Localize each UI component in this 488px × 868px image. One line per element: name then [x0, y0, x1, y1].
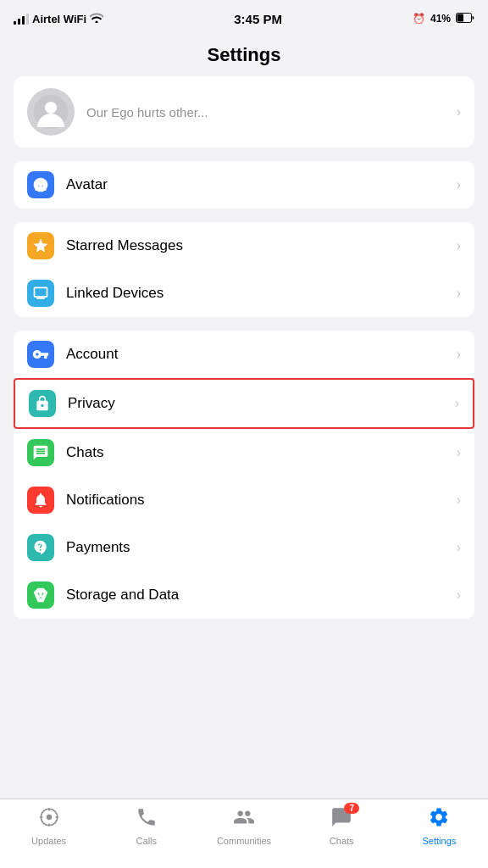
avatar-chevron: › [457, 177, 461, 192]
battery-icon [456, 13, 474, 25]
payments-icon [27, 534, 54, 561]
chats-badge: 7 [344, 803, 359, 814]
notifications-chevron: › [457, 492, 461, 508]
storage-label: Storage and Data [66, 587, 445, 604]
nav-calls-label: Calls [136, 836, 157, 846]
chats-setting-row[interactable]: Chats › [14, 429, 474, 476]
account-label: Account [66, 346, 445, 363]
updates-icon [38, 806, 60, 833]
nav-communities[interactable]: Communities [195, 806, 292, 846]
payments-chevron: › [457, 540, 461, 555]
settings-scroll: Our Ego hurts other... › Avatar › [0, 76, 488, 815]
communities-icon [233, 806, 255, 833]
nav-updates[interactable]: Updates [0, 806, 97, 846]
account-icon [27, 341, 54, 368]
nav-calls[interactable]: Calls [97, 806, 195, 846]
status-left: Airtel WiFi [14, 13, 103, 25]
page-header: Settings [0, 37, 488, 76]
linked-devices-row[interactable]: Linked Devices › [14, 270, 474, 317]
privacy-row-wrapper: Privacy › [14, 378, 474, 429]
avatar-section: Avatar › [14, 161, 474, 209]
svg-rect-4 [37, 179, 44, 186]
nav-chats-label: Chats [330, 836, 354, 846]
status-right: ⏰ 41% [413, 13, 474, 25]
account-chevron: › [457, 347, 461, 362]
settings-icon [428, 806, 450, 833]
starred-messages-icon [27, 232, 54, 259]
signal-icon [14, 14, 29, 25]
storage-row[interactable]: Storage and Data › [14, 571, 474, 619]
nav-settings-label: Settings [423, 836, 457, 846]
avatar [27, 88, 75, 136]
chats-icon: 7 [330, 806, 352, 833]
status-time: 3:45 PM [234, 12, 282, 26]
linked-devices-chevron: › [457, 286, 461, 301]
avatar-label: Avatar [66, 176, 445, 193]
notifications-row[interactable]: Notifications › [14, 476, 474, 524]
profile-status: Our Ego hurts other... [86, 105, 445, 120]
avatar-icon [27, 171, 54, 198]
bottom-nav: Updates Calls Communities 7 Chats [0, 798, 488, 868]
profile-chevron: › [457, 104, 461, 120]
notifications-icon [27, 487, 54, 514]
starred-chevron: › [457, 238, 461, 253]
starred-messages-row[interactable]: Starred Messages › [14, 222, 474, 270]
chats-setting-chevron: › [457, 445, 461, 460]
notifications-label: Notifications [66, 492, 445, 509]
nav-updates-label: Updates [31, 836, 66, 846]
account-row[interactable]: Account › [14, 331, 474, 378]
avatar-row[interactable]: Avatar › [14, 161, 474, 209]
account-section: Account › Privacy › Chats [14, 331, 474, 619]
storage-chevron: › [457, 587, 461, 603]
svg-point-3 [45, 102, 57, 114]
privacy-chevron: › [455, 396, 459, 411]
privacy-label: Privacy [68, 395, 443, 412]
starred-messages-label: Starred Messages [66, 237, 445, 254]
nav-settings[interactable]: Settings [391, 806, 488, 846]
messages-section: Starred Messages › Linked Devices › [14, 222, 474, 317]
privacy-icon [29, 390, 56, 417]
nav-chats[interactable]: 7 Chats [293, 806, 391, 846]
nav-communities-label: Communities [217, 836, 271, 846]
linked-devices-icon [27, 280, 54, 307]
storage-icon [27, 581, 54, 609]
linked-devices-label: Linked Devices [66, 285, 445, 302]
wifi-icon [90, 13, 103, 25]
profile-row[interactable]: Our Ego hurts other... › [14, 76, 474, 147]
svg-rect-1 [458, 14, 464, 21]
calls-icon [136, 806, 158, 833]
chats-setting-label: Chats [66, 444, 445, 461]
payments-label: Payments [66, 539, 445, 556]
battery-label: 41% [430, 13, 451, 25]
chats-setting-icon [27, 439, 54, 466]
carrier-label: Airtel WiFi [32, 13, 86, 25]
status-bar: Airtel WiFi 3:45 PM ⏰ 41% [0, 0, 488, 37]
page-title: Settings [0, 44, 488, 66]
privacy-row[interactable]: Privacy › [14, 378, 474, 429]
svg-point-6 [46, 815, 52, 821]
alarm-icon: ⏰ [413, 13, 425, 25]
payments-row[interactable]: Payments › [14, 524, 474, 571]
